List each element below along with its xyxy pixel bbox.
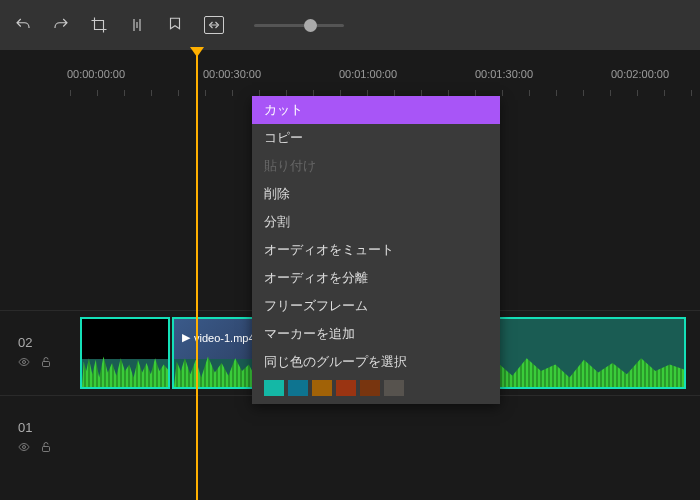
color-swatch[interactable] <box>384 380 404 396</box>
ruler-tick: 00:01:30:00 <box>475 68 533 80</box>
fit-icon[interactable] <box>204 16 224 34</box>
crop-icon[interactable] <box>90 16 108 34</box>
track-content[interactable] <box>70 396 700 480</box>
context-menu-paste: 貼り付け <box>252 152 500 180</box>
context-menu-mute-audio[interactable]: オーディオをミュート <box>252 236 500 264</box>
toolbar <box>0 0 700 50</box>
clip[interactable] <box>80 317 170 389</box>
context-menu-split[interactable]: 分割 <box>252 208 500 236</box>
color-swatch[interactable] <box>360 380 380 396</box>
context-menu-detach-audio[interactable]: オーディオを分離 <box>252 264 500 292</box>
track-header: 01 <box>0 420 70 456</box>
svg-point-2 <box>23 446 26 449</box>
clip-thumbnail <box>82 319 168 359</box>
zoom-slider[interactable] <box>254 24 344 27</box>
ruler-tick: 00:02:00:00 <box>611 68 669 80</box>
ruler-tick: 00:01:00:00 <box>339 68 397 80</box>
lock-icon[interactable] <box>40 441 52 456</box>
color-swatch[interactable] <box>312 380 332 396</box>
clip-waveform <box>82 355 168 387</box>
color-swatch-row <box>252 376 500 404</box>
ruler-tick: 00:00:00:00 <box>67 68 125 80</box>
color-swatch[interactable] <box>336 380 356 396</box>
context-menu-copy[interactable]: コピー <box>252 124 500 152</box>
context-menu-cut[interactable]: カット <box>252 96 500 124</box>
undo-icon[interactable] <box>14 16 32 34</box>
visibility-icon[interactable] <box>18 441 30 456</box>
visibility-icon[interactable] <box>18 356 30 371</box>
timeline-ruler[interactable]: 00:00:00:00 00:00:30:00 00:01:00:00 00:0… <box>0 56 700 96</box>
context-menu-delete[interactable]: 削除 <box>252 180 500 208</box>
playhead-handle-icon[interactable] <box>190 47 204 57</box>
lock-icon[interactable] <box>40 356 52 371</box>
svg-rect-1 <box>43 362 50 367</box>
ruler-tick: 00:00:30:00 <box>203 68 261 80</box>
redo-icon[interactable] <box>52 16 70 34</box>
color-swatch[interactable] <box>288 380 308 396</box>
play-icon: ▶ <box>182 331 190 344</box>
zoom-slider-thumb[interactable] <box>304 19 317 32</box>
svg-rect-3 <box>43 447 50 452</box>
context-menu-select-same-color[interactable]: 同じ色のグループを選択 <box>252 348 500 376</box>
svg-point-0 <box>23 361 26 364</box>
playhead[interactable] <box>196 55 198 500</box>
track-row: 01 <box>0 395 700 480</box>
context-menu-add-marker[interactable]: マーカーを追加 <box>252 320 500 348</box>
context-menu-freeze-frame[interactable]: フリーズフレーム <box>252 292 500 320</box>
context-menu: カット コピー 貼り付け 削除 分割 オーディオをミュート オーディオを分離 フ… <box>252 96 500 404</box>
track-header: 02 <box>0 335 70 371</box>
color-swatch[interactable] <box>264 380 284 396</box>
clip-name-label: ▶video-1.mp4 <box>182 331 255 344</box>
track-label: 01 <box>18 420 70 435</box>
track-label: 02 <box>18 335 70 350</box>
split-icon[interactable] <box>128 16 146 34</box>
marker-icon[interactable] <box>166 16 184 34</box>
